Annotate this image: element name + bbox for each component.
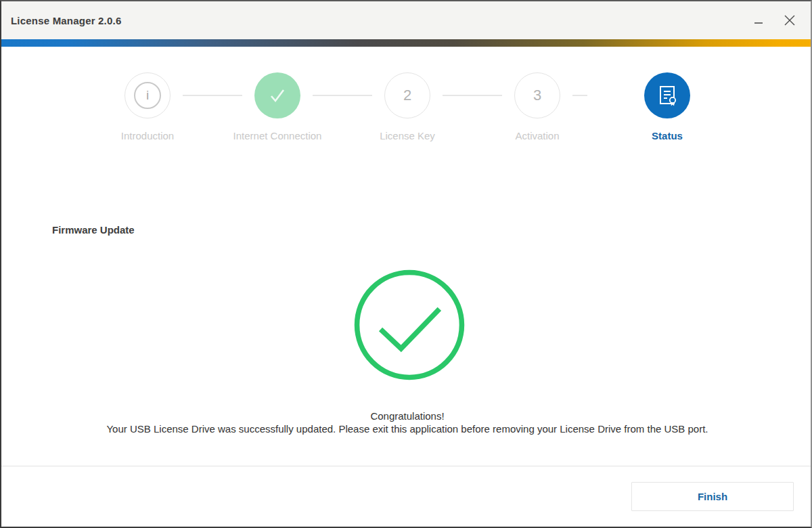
finish-button[interactable]: Finish — [631, 482, 794, 511]
step-introduction: i Introduction — [83, 72, 212, 141]
step-internet-connection: Internet Connection — [212, 72, 342, 141]
result-headline: Congratulations! — [1, 410, 812, 422]
step-label: Internet Connection — [233, 130, 322, 141]
step-number: 2 — [403, 87, 411, 104]
minimize-button[interactable] — [743, 5, 774, 36]
step-label: Status — [652, 130, 683, 141]
step-circle: 3 — [514, 72, 560, 118]
page-title: Firmware Update — [52, 224, 135, 236]
success-check-icon — [352, 267, 467, 385]
step-connector — [183, 95, 242, 96]
step-activation: 3 Activation — [472, 72, 602, 141]
step-circle: i — [125, 72, 171, 118]
titlebar: License Manager 2.0.6 — [1, 1, 811, 39]
step-label: Activation — [515, 130, 559, 141]
step-circle — [254, 72, 300, 118]
step-label: Introduction — [121, 130, 174, 141]
step-number: 3 — [533, 87, 541, 104]
app-window: License Manager 2.0.6 — [0, 0, 812, 528]
check-icon — [266, 84, 289, 107]
step-connector — [572, 95, 587, 96]
step-connector — [443, 95, 502, 96]
step-connector — [313, 95, 372, 96]
footer-divider — [1, 466, 811, 466]
step-circle: 2 — [384, 72, 430, 118]
accent-gradient-bar — [1, 39, 811, 47]
close-button[interactable] — [774, 5, 805, 36]
window-controls — [743, 1, 805, 39]
step-circle — [644, 72, 690, 118]
close-icon — [784, 14, 796, 26]
step-label: License Key — [380, 130, 435, 141]
wizard-stepper: i Introduction Internet Connection 2 Lic… — [83, 72, 732, 147]
result-message: Your USB License Drive was successfully … — [1, 423, 812, 435]
step-status: Status — [602, 72, 732, 141]
certificate-icon — [654, 83, 680, 108]
step-license-key: 2 License Key — [342, 72, 472, 141]
minimize-icon — [753, 15, 764, 26]
info-icon: i — [134, 82, 161, 109]
window-title: License Manager 2.0.6 — [1, 15, 121, 26]
